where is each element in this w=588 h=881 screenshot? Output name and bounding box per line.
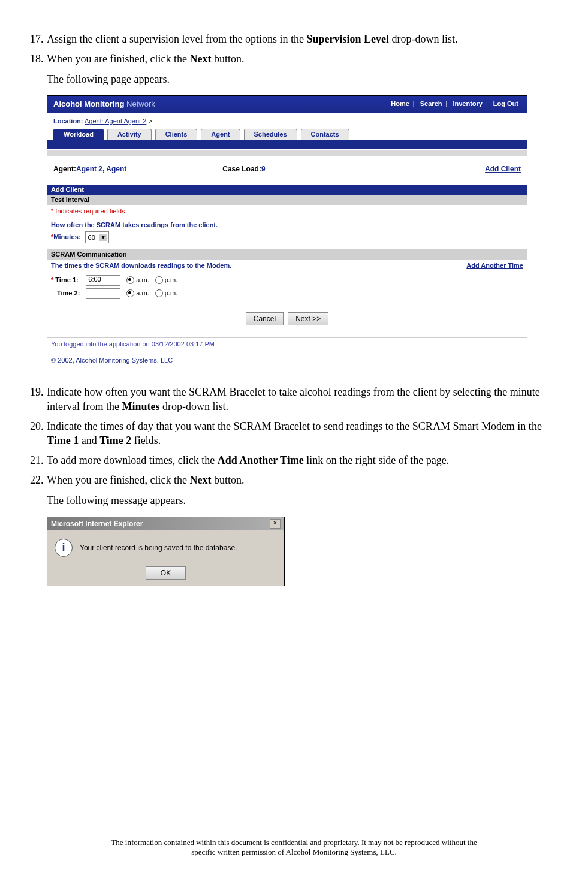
tab-clients[interactable]: Clients	[155, 129, 198, 140]
nav-logout[interactable]: Log Out	[491, 100, 521, 107]
next-button[interactable]: Next >>	[288, 312, 328, 325]
step-bold: Next	[189, 474, 211, 486]
required-star: *	[51, 276, 53, 283]
app-header: Alcohol Monitoring Network Home| Search|…	[47, 96, 527, 113]
time1-row: * Time 1: 6:00 a.m. p.m.	[51, 274, 183, 287]
step-17: 17.Assign the client a supervision level…	[47, 32, 558, 46]
location-row: Location: Agent: Agent Agent 2 >	[47, 113, 527, 129]
step-bold: Supervision Level	[306, 33, 389, 45]
dialog-message: Your client record is being saved to the…	[80, 544, 237, 552]
add-another-time-link[interactable]: Add Another Time	[466, 262, 523, 270]
tabs-row: Workload Activity Clients Agent Schedule…	[47, 129, 527, 140]
step-num: 21.	[30, 454, 47, 467]
header-rule	[30, 14, 558, 14]
dialog-title: Microsoft Internet Explorer	[51, 520, 143, 528]
footer: The information contained within this do…	[30, 835, 558, 857]
time2-label: Time 2:	[57, 289, 80, 297]
time1-am-radio[interactable]	[126, 276, 134, 284]
step-mid: and	[79, 435, 99, 446]
step-text: To add more download times, click the	[47, 454, 218, 466]
step-text: fields.	[131, 435, 161, 446]
sub-bar	[47, 150, 527, 156]
step-text: button.	[211, 474, 244, 486]
section-comm: SCRAM Communication	[47, 249, 527, 260]
app-title-light: Network	[124, 99, 155, 108]
section-add-client: Add Client	[47, 185, 527, 195]
step-num: 18.	[30, 52, 47, 66]
location-suffix: >	[146, 117, 152, 125]
minutes-label: Minutes:	[53, 234, 80, 241]
agent-value: Agent 2, Agent	[76, 165, 126, 173]
step-text: drop-down list.	[159, 400, 228, 412]
step-bold: Minutes	[122, 400, 159, 412]
nav-inventory[interactable]: Inventory	[450, 100, 485, 107]
required-note: * Indicates required fields	[51, 207, 523, 215]
step-subtext: The following page appears.	[47, 73, 558, 86]
step-num: 22.	[30, 473, 47, 487]
step-num: 17.	[30, 32, 47, 46]
agent-label: Agent:	[53, 165, 76, 173]
comm-desc: The times the SCRAM downloads readings t…	[51, 262, 231, 270]
step-21: 21.To add more download times, click the…	[47, 454, 558, 467]
step-bold: Next	[189, 53, 211, 65]
cancel-button[interactable]: Cancel	[246, 312, 284, 325]
time2-pm-radio[interactable]	[155, 289, 163, 297]
minutes-value: 60	[88, 234, 95, 242]
step-bold: Add Another Time	[218, 454, 304, 466]
tab-activity[interactable]: Activity	[107, 129, 152, 140]
step-text: button.	[211, 53, 244, 65]
location-label: Location:	[53, 117, 83, 125]
add-client-link[interactable]: Add Client	[485, 165, 521, 173]
ok-button[interactable]: OK	[146, 566, 186, 580]
step-bold: Time 2	[99, 435, 131, 446]
time2-am-radio[interactable]	[126, 289, 134, 297]
tab-agent[interactable]: Agent	[201, 129, 240, 140]
nav-links: Home| Search| Inventory| Log Out	[388, 100, 521, 108]
step-text: When you are finished, click the	[47, 53, 189, 65]
pm-label: p.m.	[165, 276, 177, 283]
time1-pm-radio[interactable]	[155, 276, 163, 284]
tab-schedules[interactable]: Schedules	[244, 129, 297, 140]
time1-label: Time 1:	[55, 276, 78, 283]
step-num: 19.	[30, 385, 47, 399]
dialog-titlebar: Microsoft Internet Explorer ×	[47, 517, 284, 530]
agent-row: Agent: Agent 2, Agent Case Load: 9 Add C…	[47, 156, 527, 184]
app-title-bold: Alcohol Monitoring	[53, 99, 124, 108]
close-icon[interactable]: ×	[270, 519, 281, 529]
tab-bar	[47, 140, 527, 149]
step-text: Assign the client a supervision level fr…	[47, 33, 306, 45]
step-text: drop-down list.	[389, 33, 458, 45]
button-row: Cancel Next >>	[47, 306, 527, 337]
step-bold: Time 1	[47, 435, 79, 446]
tab-contacts[interactable]: Contacts	[301, 129, 349, 140]
step-22: 22.When you are finished, click the Next…	[47, 473, 558, 508]
caseload-value: 9	[261, 165, 266, 173]
app-title: Alcohol Monitoring Network	[53, 99, 155, 109]
times-table: * Time 1: 6:00 a.m. p.m. Time 2: a.m. p.…	[51, 274, 183, 300]
pm-label: p.m.	[165, 289, 177, 297]
nav-search[interactable]: Search	[418, 100, 445, 107]
caseload-label: Case Load:	[222, 165, 261, 173]
step-20: 20.Indicate the times of day that you wa…	[47, 420, 558, 448]
info-icon: i	[55, 539, 73, 557]
footer-line2: specific written permission of Alcohol M…	[30, 847, 558, 857]
footer-line1: The information contained within this do…	[30, 838, 558, 847]
am-label: a.m.	[136, 289, 149, 297]
time2-row: Time 2: a.m. p.m.	[51, 287, 183, 300]
step-text: When you are finished, click the	[47, 474, 189, 486]
time1-input[interactable]: 6:00	[86, 275, 120, 286]
step-text: Indicate the times of day that you want …	[47, 420, 542, 432]
page-number: 13	[30, 0, 558, 1]
dialog-figure: Microsoft Internet Explorer × i Your cli…	[47, 517, 285, 586]
dropdown-arrow-icon: ▼	[99, 234, 107, 241]
step-19: 19.Indicate how often you want the SCRAM…	[47, 385, 558, 414]
step-18: 18.When you are finished, click the Next…	[47, 52, 558, 86]
location-link[interactable]: Agent: Agent Agent 2	[85, 117, 146, 125]
tab-workload[interactable]: Workload	[53, 129, 104, 140]
minutes-select[interactable]: 60 ▼	[85, 231, 109, 243]
am-label: a.m.	[136, 276, 149, 283]
step-text: link on the right side of the page.	[304, 454, 449, 466]
nav-home[interactable]: Home	[388, 100, 412, 107]
interval-desc: How often the SCRAM takes readings from …	[51, 221, 523, 229]
time2-input[interactable]	[86, 288, 120, 299]
